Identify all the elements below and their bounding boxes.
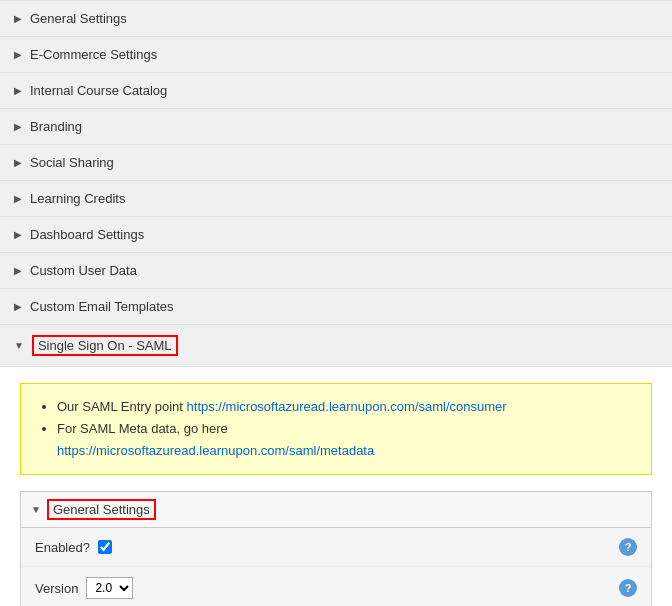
accordion-header-social-sharing[interactable]: ▶ Social Sharing: [0, 145, 672, 180]
accordion-item-saml: ▼ Single Sign On - SAML Our SAML Entry p…: [0, 325, 672, 606]
accordion-label-branding: Branding: [30, 119, 82, 134]
saml-info-box: Our SAML Entry point https://microsoftaz…: [20, 383, 652, 475]
enabled-info-icon[interactable]: ?: [619, 538, 637, 556]
accordion-label-dashboard-settings: Dashboard Settings: [30, 227, 144, 242]
accordion-item-general-settings[interactable]: ▶ General Settings: [0, 1, 672, 37]
accordion-item-social-sharing[interactable]: ▶ Social Sharing: [0, 145, 672, 181]
accordion-header-saml[interactable]: ▼ Single Sign On - SAML: [0, 325, 672, 367]
accordion-header-custom-email-templates[interactable]: ▶ Custom Email Templates: [0, 289, 672, 324]
saml-metadata-link[interactable]: https://microsoftazuread.learnupon.com/s…: [57, 443, 374, 458]
accordion-item-internal-course-catalog[interactable]: ▶ Internal Course Catalog: [0, 73, 672, 109]
chevron-icon-custom-email-templates: ▶: [14, 301, 22, 312]
field-left-version: Version 2.0 1.0 3.0: [35, 577, 133, 599]
saml-general-settings-header[interactable]: ▼ General Settings: [21, 492, 651, 528]
accordion-header-ecommerce[interactable]: ▶ E-Commerce Settings: [0, 37, 672, 72]
accordion-label-saml: Single Sign On - SAML: [32, 335, 178, 356]
accordion-header-branding[interactable]: ▶ Branding: [0, 109, 672, 144]
field-right-version: ?: [619, 579, 637, 597]
saml-info-bullet-2: For SAML Meta data, go here https://micr…: [57, 418, 635, 462]
chevron-icon-ecommerce: ▶: [14, 49, 22, 60]
accordion-item-custom-email-templates[interactable]: ▶ Custom Email Templates: [0, 289, 672, 325]
field-right-enabled: ?: [619, 538, 637, 556]
settings-accordion: ▶ General Settings ▶ E-Commerce Settings…: [0, 0, 672, 606]
enabled-checkbox[interactable]: [98, 540, 112, 554]
accordion-item-branding[interactable]: ▶ Branding: [0, 109, 672, 145]
version-select[interactable]: 2.0 1.0 3.0: [86, 577, 133, 599]
accordion-item-learning-credits[interactable]: ▶ Learning Credits: [0, 181, 672, 217]
accordion-item-custom-user-data[interactable]: ▶ Custom User Data: [0, 253, 672, 289]
accordion-label-social-sharing: Social Sharing: [30, 155, 114, 170]
accordion-label-general-settings: General Settings: [30, 11, 127, 26]
accordion-item-ecommerce[interactable]: ▶ E-Commerce Settings: [0, 37, 672, 73]
chevron-icon-social-sharing: ▶: [14, 157, 22, 168]
accordion-label-custom-user-data: Custom User Data: [30, 263, 137, 278]
saml-content: Our SAML Entry point https://microsoftaz…: [0, 367, 672, 606]
accordion-header-custom-user-data[interactable]: ▶ Custom User Data: [0, 253, 672, 288]
chevron-icon-internal-course-catalog: ▶: [14, 85, 22, 96]
accordion-label-internal-course-catalog: Internal Course Catalog: [30, 83, 167, 98]
accordion-label-custom-email-templates: Custom Email Templates: [30, 299, 174, 314]
chevron-icon-learning-credits: ▶: [14, 193, 22, 204]
chevron-icon-dashboard-settings: ▶: [14, 229, 22, 240]
version-info-icon[interactable]: ?: [619, 579, 637, 597]
accordion-header-dashboard-settings[interactable]: ▶ Dashboard Settings: [0, 217, 672, 252]
accordion-label-learning-credits: Learning Credits: [30, 191, 125, 206]
accordion-label-ecommerce: E-Commerce Settings: [30, 47, 157, 62]
saml-info-bullet2-text: For SAML Meta data, go here: [57, 421, 228, 436]
chevron-icon-custom-user-data: ▶: [14, 265, 22, 276]
saml-general-settings-subsection: ▼ General Settings Enabled? ?: [20, 491, 652, 606]
saml-general-settings-content: Enabled? ? Version 2.0 1: [21, 528, 651, 606]
field-row-enabled: Enabled? ?: [21, 528, 651, 567]
accordion-header-general-settings[interactable]: ▶ General Settings: [0, 1, 672, 36]
chevron-icon-branding: ▶: [14, 121, 22, 132]
field-left-enabled: Enabled?: [35, 540, 112, 555]
accordion-item-dashboard-settings[interactable]: ▶ Dashboard Settings: [0, 217, 672, 253]
chevron-icon-general-settings: ▶: [14, 13, 22, 24]
saml-consumer-link[interactable]: https://microsoftazuread.learnupon.com/s…: [187, 399, 507, 414]
accordion-header-internal-course-catalog[interactable]: ▶ Internal Course Catalog: [0, 73, 672, 108]
enabled-label: Enabled?: [35, 540, 90, 555]
saml-general-settings-label: General Settings: [47, 499, 156, 520]
chevron-icon-saml-general-settings: ▼: [31, 504, 41, 515]
saml-info-bullet-1: Our SAML Entry point https://microsoftaz…: [57, 396, 635, 418]
saml-info-bullet1-text: Our SAML Entry point: [57, 399, 187, 414]
chevron-icon-saml: ▼: [14, 340, 24, 351]
accordion-header-learning-credits[interactable]: ▶ Learning Credits: [0, 181, 672, 216]
field-row-version: Version 2.0 1.0 3.0 ?: [21, 567, 651, 606]
version-label: Version: [35, 581, 78, 596]
